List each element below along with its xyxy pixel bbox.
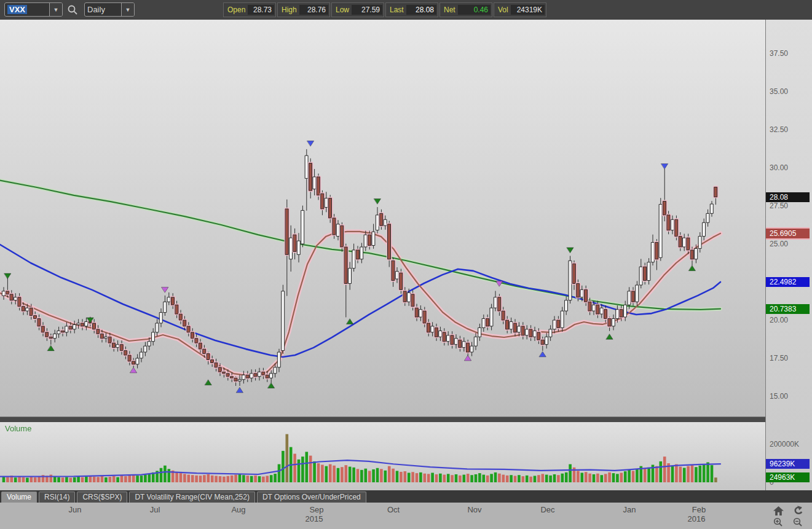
interval-value: Daily [85, 3, 121, 16]
price-tick-label: 17.50 [770, 354, 788, 362]
tab-dt-volatility-range-civ-mean-252-[interactable]: DT Volatility Range(CIV Mean,252) [129, 492, 255, 503]
quote-label: Net [440, 6, 455, 14]
month-label: Oct [387, 505, 400, 514]
interval-combobox[interactable]: Daily ▼ [84, 2, 135, 17]
pane-splitter[interactable] [0, 417, 812, 422]
month-label: Jul [150, 505, 160, 514]
zoom-out-button[interactable] [793, 517, 804, 527]
volume-badge: 96239K [766, 459, 810, 469]
quote-value: 27.59 [352, 5, 382, 15]
volume-badge: 24963K [766, 472, 810, 482]
undo-arrow-icon [793, 506, 803, 515]
price-tick-label: 32.50 [770, 125, 788, 134]
quote-value: 28.08 [406, 5, 436, 15]
quote-field-net: Net0.46 [440, 2, 492, 17]
tab-volume[interactable]: Volume [1, 492, 37, 503]
home-button[interactable] [773, 506, 784, 516]
volume-chart-canvas[interactable] [0, 422, 765, 490]
price-tick-label: 27.50 [770, 202, 788, 210]
quote-bar: Open28.73High28.76Low27.59Last28.08Net0.… [223, 2, 546, 17]
month-label: Feb [692, 505, 706, 514]
interval-dropdown-arrow-icon[interactable]: ▼ [121, 3, 134, 16]
volume-pane-title: Volume [5, 424, 31, 433]
price-tick-label: 30.00 [770, 163, 788, 172]
search-button[interactable] [66, 4, 79, 16]
quote-label: Vol [494, 6, 508, 14]
quote-field-last: Last28.08 [385, 2, 438, 17]
month-label: Dec [540, 505, 554, 514]
zoom-in-button[interactable] [773, 517, 784, 527]
quote-field-vol: Vol24319K [494, 2, 546, 17]
tab-rsi-14-[interactable]: RSI(14) [39, 492, 75, 503]
symbol-value: VXX [7, 5, 27, 14]
year-label: 2015 [305, 514, 323, 523]
symbol-combobox[interactable]: VXX ▼ [4, 2, 63, 17]
symbol-input[interactable]: VXX [5, 3, 49, 16]
top-toolbar: VXX ▼ Daily ▼ Open28.73High28.76Low27.59… [0, 0, 812, 20]
year-label: 2016 [688, 514, 706, 523]
quote-label: Low [332, 6, 349, 14]
price-tick-label: 25.00 [770, 240, 788, 248]
month-label: Aug [231, 505, 245, 514]
quote-field-high: High28.76 [277, 2, 330, 17]
quote-label: Open [224, 6, 245, 14]
quote-value: 24319K [511, 5, 545, 15]
price-badge: 28.08 [766, 192, 810, 202]
quote-value: 28.76 [299, 5, 328, 15]
price-tick-label: 35.00 [770, 87, 788, 96]
month-label: Sep [309, 505, 323, 514]
price-chart-canvas[interactable] [0, 20, 765, 417]
chart-app: VXX ▼ Daily ▼ Open28.73High28.76Low27.59… [0, 0, 812, 529]
price-badge: 20.7383 [766, 304, 810, 314]
quote-value: 28.73 [248, 5, 274, 15]
time-axis-band[interactable]: JunJulAugSepOctNovDecJanFeb20152016 [0, 503, 812, 529]
zoom-in-icon [773, 517, 783, 527]
quote-field-open: Open28.73 [223, 2, 276, 17]
home-icon [773, 506, 784, 515]
symbol-dropdown-arrow-icon[interactable]: ▼ [49, 3, 62, 16]
price-tick-label: 20.00 [770, 316, 788, 324]
undo-button[interactable] [793, 506, 804, 515]
zoom-out-icon [793, 517, 803, 527]
price-badge: 22.4982 [766, 277, 810, 287]
price-badge: 25.6905 [766, 229, 810, 238]
month-label: Jun [69, 505, 82, 514]
quote-label: High [278, 6, 297, 14]
month-label: Jan [623, 505, 636, 514]
price-tick-label: 15.00 [770, 392, 788, 401]
volume-tick-label: 200000K [770, 440, 799, 449]
indicator-tab-bar: VolumeRSI(14)CRS($SPX)DT Volatility Rang… [0, 490, 812, 503]
price-axis-pane[interactable]: 37.5035.0032.5030.0027.5025.0020.0017.50… [765, 20, 812, 490]
tab-crs-spx-[interactable]: CRS($SPX) [77, 492, 127, 503]
quote-field-low: Low27.59 [331, 2, 384, 17]
quote-value: 0.46 [458, 5, 491, 15]
quote-label: Last [386, 6, 404, 14]
month-label: Nov [467, 505, 481, 514]
tab-dt-options-over-underpriced[interactable]: DT Options Over/UnderPriced [257, 492, 366, 503]
price-tick-label: 37.50 [770, 49, 788, 58]
search-icon [66, 4, 79, 16]
